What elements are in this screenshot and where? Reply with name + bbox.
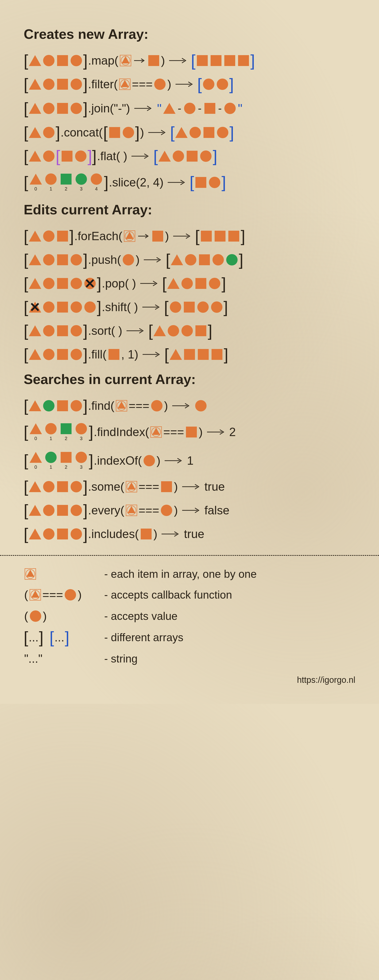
- each-item-icon: [124, 231, 135, 242]
- row-findindex: [ 0 1 2 3 ] .findIndex( === ) 2: [24, 423, 355, 441]
- legend-value: ( ) - accepts value: [24, 609, 355, 623]
- row-includes: [ ] .includes( ) true: [24, 527, 355, 541]
- arrow-icon: [134, 58, 146, 64]
- each-item-icon: [119, 78, 131, 90]
- row-slice: [ 0 1 2 3 4 ] .slice(2, 4) [ ]: [24, 173, 355, 192]
- row-foreach: [ ] .forEach( ) [ ]: [24, 229, 355, 243]
- row-fill: [ ] .fill( , 1) [ ]: [24, 348, 355, 361]
- circle-icon: [70, 54, 82, 67]
- row-indexof: [ 0 1 2 3 ] .indexOf( ) 1: [24, 451, 355, 470]
- divider: [0, 555, 379, 556]
- each-item-icon: [150, 426, 162, 438]
- row-map: [ ] .map( ) [ ]: [24, 54, 355, 67]
- square-icon: [56, 54, 69, 67]
- method-map: .map(: [88, 54, 118, 67]
- legend-callback: ( === ) - accepts callback function: [24, 588, 355, 602]
- row-push: [ ] .push( ) [ ]: [24, 253, 355, 267]
- row-some: [ ] .some( === ) true: [24, 480, 355, 493]
- each-item-icon: [126, 505, 137, 516]
- each-item-icon: [120, 55, 131, 66]
- square-icon: [210, 54, 222, 67]
- row-flat: [ [ ] ] .flat( ) [ ]: [24, 149, 355, 163]
- each-item-icon: [30, 589, 41, 600]
- legend-string: "..." - string: [24, 652, 355, 665]
- cross-icon: ✕: [84, 276, 96, 291]
- section-heading-searches: Searches in current Array:: [24, 371, 355, 387]
- row-join: [ ] .join("-") " - - - ": [24, 101, 355, 116]
- arrow-icon: [169, 57, 188, 64]
- circle-icon: [43, 54, 55, 67]
- square-icon: [196, 54, 208, 67]
- each-item-icon: [126, 481, 137, 492]
- each-item-icon: [116, 400, 127, 412]
- row-pop: [ ✕ ] .pop( ) [ ]: [24, 277, 355, 290]
- source-url: https://igorgo.nl: [24, 675, 355, 685]
- row-filter: [ ] .filter( === ) [ ]: [24, 77, 355, 91]
- triangle-icon: [29, 54, 41, 67]
- square-icon: [224, 54, 236, 67]
- section-heading-edits: Edits current Array:: [24, 202, 355, 218]
- row-concat: [ ] .concat( [ ] ) [ ]: [24, 126, 355, 139]
- section-heading-creates: Creates new Array:: [24, 26, 355, 42]
- square-icon: [237, 54, 249, 67]
- quote-icon: ": [157, 101, 162, 116]
- square-icon: [147, 54, 160, 67]
- row-find: [ ] .find( === ): [24, 399, 355, 413]
- legend-item: - each item in array, one by one: [24, 568, 355, 581]
- each-item-icon: [25, 568, 36, 580]
- row-every: [ ] .every( === ) false: [24, 503, 355, 517]
- quote-icon: ": [238, 101, 242, 116]
- legend-arrays: [...] [...] - different arrays: [24, 630, 355, 644]
- cross-icon: ✕: [29, 299, 40, 315]
- row-shift: [ ✕ ] .shift( ) [ ]: [24, 300, 355, 314]
- row-sort: [ ] .sort( ) [ ]: [24, 324, 355, 337]
